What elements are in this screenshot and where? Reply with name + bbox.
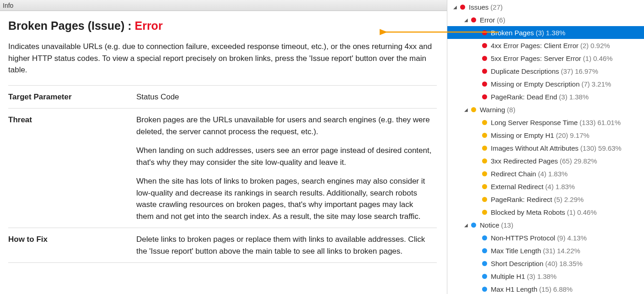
warning-dot-icon: [482, 197, 487, 202]
tree-item[interactable]: Blocked by Meta Robots(1)0.46%: [447, 206, 644, 218]
tree-item[interactable]: Short Description(40)18.35%: [447, 257, 644, 270]
tree-item-count: (3): [559, 93, 567, 101]
tree-item-percent: 1.38%: [569, 93, 589, 101]
tree-item-label: Missing or Empty Description: [491, 80, 580, 88]
tree-item-label: Warning: [480, 106, 505, 114]
error-dot-icon: [482, 43, 487, 48]
tree-item-percent: 61.01%: [597, 119, 621, 126]
tree-item-count: (3): [536, 29, 544, 37]
warning-dot-icon: [482, 158, 487, 163]
tree-item-label: Non-HTTPS Protocol: [491, 234, 555, 242]
error-dot-icon: [482, 94, 487, 99]
error-dot-icon: [482, 30, 487, 35]
tree-item-count: (7): [581, 80, 590, 88]
tree-item[interactable]: ◢Warning(8): [447, 103, 644, 116]
tree-item-percent: 3.21%: [592, 80, 612, 88]
detail-row-paragraph: When the site has lots of links to broke…: [136, 175, 432, 222]
tree-item[interactable]: Non-HTTPS Protocol(9)4.13%: [447, 231, 644, 244]
tree-item-label: PageRank: Redirect: [491, 196, 552, 203]
tree-item[interactable]: Broken Pages(3)1.38%: [447, 26, 644, 39]
info-panel-title: Info: [3, 2, 13, 9]
tree-item-count: (8): [507, 106, 515, 114]
tree-item[interactable]: ◢Notice(13): [447, 218, 644, 231]
tree-item[interactable]: 3xx Redirected Pages(65)29.82%: [447, 154, 644, 167]
tree-item[interactable]: 5xx Error Pages: Server Error(1)0.46%: [447, 52, 644, 65]
tree-item-percent: 9.17%: [570, 131, 590, 139]
detail-row-paragraph: Delete links to broken pages or replace …: [136, 234, 432, 257]
warning-dot-icon: [471, 107, 476, 112]
tree-item-percent: 0.46%: [593, 54, 613, 62]
tree-item-count: (133): [580, 119, 596, 126]
error-dot-icon: [482, 82, 487, 87]
warning-dot-icon: [482, 133, 487, 138]
notice-dot-icon: [482, 274, 487, 279]
tree-item-percent: 1.83%: [548, 170, 568, 178]
tree-item[interactable]: Missing or Empty H1(20)9.17%: [447, 129, 644, 142]
error-dot-icon: [482, 69, 487, 74]
tree-item-count: (13): [501, 221, 514, 229]
tree-item-count: (5): [554, 196, 562, 203]
tree-item-percent: 0.92%: [590, 42, 610, 49]
detail-row-paragraph: Broken pages are the URLs unavailable fo…: [136, 114, 432, 137]
detail-row: ThreatBroken pages are the URLs unavaila…: [8, 109, 437, 228]
tree-item[interactable]: Max H1 Length(15)6.88%: [447, 283, 644, 294]
detail-row-label: How to Fix: [8, 228, 136, 263]
tree-item-percent: 6.88%: [553, 285, 573, 293]
tree-item[interactable]: 4xx Error Pages: Client Error(2)0.92%: [447, 39, 644, 52]
tree-item-percent: 1.38%: [537, 272, 557, 280]
tree-item-label: Duplicate Descriptions: [491, 67, 559, 75]
tree-expander-icon[interactable]: ◢: [463, 223, 469, 228]
warning-dot-icon: [482, 171, 487, 176]
tree-item-count: (1): [567, 208, 575, 216]
error-dot-icon: [460, 5, 465, 10]
tree-item[interactable]: Multiple H1(3)1.38%: [447, 270, 644, 283]
tree-expander-icon[interactable]: ◢: [452, 5, 458, 10]
tree-item-count: (37): [561, 67, 573, 75]
tree-item[interactable]: Missing or Empty Description(7)3.21%: [447, 77, 644, 90]
tree-item[interactable]: Redirect Chain(4)1.83%: [447, 167, 644, 180]
tree-item[interactable]: Duplicate Descriptions(37)16.97%: [447, 65, 644, 77]
tree-item-label: Missing or Empty H1: [491, 131, 554, 139]
detail-row-value: Delete links to broken pages or replace …: [136, 228, 437, 263]
warning-dot-icon: [482, 120, 487, 125]
tree-item-label: External Redirect: [491, 183, 543, 191]
tree-item[interactable]: Max Title Length(31)14.22%: [447, 244, 644, 257]
error-dot-icon: [471, 17, 476, 22]
tree-item[interactable]: PageRank: Dead End(3)1.38%: [447, 90, 644, 103]
tree-item-count: (4): [545, 183, 553, 191]
tree-item-count: (65): [560, 157, 572, 165]
warning-dot-icon: [482, 210, 487, 215]
tree-item[interactable]: External Redirect(4)1.83%: [447, 180, 644, 193]
tree-item-percent: 1.83%: [555, 183, 575, 191]
issues-tree-panel[interactable]: ◢Issues(27)◢Error(6)Broken Pages(3)1.38%…: [447, 0, 644, 294]
tree-item-percent: 59.63%: [598, 144, 622, 152]
info-panel-body[interactable]: Broken Pages (Issue) : Error Indicates u…: [0, 11, 447, 294]
tree-item[interactable]: ◢Issues(27): [447, 0, 644, 13]
tree-item[interactable]: Long Server Response Time(133)61.01%: [447, 116, 644, 129]
warning-dot-icon: [482, 146, 487, 151]
tree-item-count: (20): [556, 131, 568, 139]
tree-item-label: Images Without Alt Attributes: [491, 144, 579, 152]
page-title-severity: Error: [134, 19, 162, 32]
info-panel-header: Info: [0, 0, 447, 11]
notice-dot-icon: [482, 248, 487, 253]
detail-row-paragraph: When landing on such addresses, users se…: [136, 145, 432, 168]
tree-item-label: Multiple H1: [491, 272, 525, 280]
tree-item[interactable]: PageRank: Redirect(5)2.29%: [447, 193, 644, 206]
tree-item-count: (9): [557, 234, 565, 242]
tree-item[interactable]: Images Without Alt Attributes(130)59.63%: [447, 142, 644, 154]
tree-item-label: Blocked by Meta Robots: [491, 208, 565, 216]
detail-row-label: Threat: [8, 109, 136, 228]
tree-expander-icon[interactable]: ◢: [463, 17, 469, 22]
tree-item-percent: 4.13%: [567, 234, 587, 242]
tree-item-count: (40): [545, 260, 558, 267]
tree-item-label: Long Server Response Time: [491, 119, 578, 126]
tree-item-percent: 29.82%: [574, 157, 597, 165]
tree-item-label: Redirect Chain: [491, 170, 536, 178]
issue-details-table: Target ParameterStatus CodeThreatBroken …: [8, 85, 437, 263]
tree-expander-icon[interactable]: ◢: [463, 107, 469, 112]
tree-item-count: (6): [497, 16, 505, 24]
tree-item-label: 5xx Error Pages: Server Error: [491, 54, 581, 62]
tree-item[interactable]: ◢Error(6): [447, 13, 644, 26]
detail-row: How to FixDelete links to broken pages o…: [8, 228, 437, 263]
